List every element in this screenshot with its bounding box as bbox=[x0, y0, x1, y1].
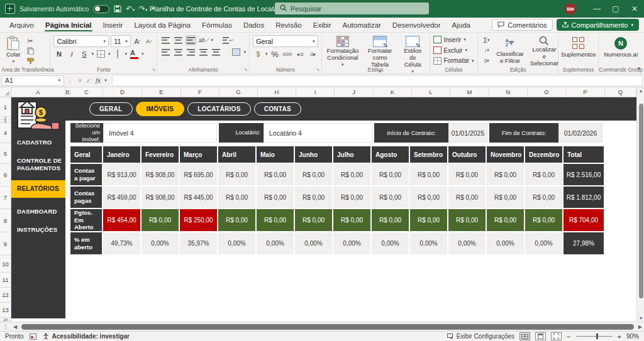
sidebar-item-relatorios[interactable]: RELATÓRIOS bbox=[11, 180, 65, 198]
table-cell[interactable]: 0,00% bbox=[448, 232, 487, 256]
table-cell[interactable]: 49,73% bbox=[103, 232, 142, 256]
cancel-formula-icon[interactable]: × bbox=[78, 77, 82, 84]
table-cell[interactable]: 0,00% bbox=[295, 232, 333, 256]
table-cell[interactable]: R$ 0,00 bbox=[487, 164, 525, 187]
nav-button-imoveis[interactable]: IMÓVEIS bbox=[136, 102, 185, 116]
tenant-value[interactable]: Locatário 4 bbox=[264, 123, 373, 143]
table-cell[interactable]: R$ 0,00 bbox=[257, 187, 295, 209]
column-header-n[interactable]: N bbox=[489, 87, 528, 97]
sidebar-item-dashboard[interactable]: DASHBOARD bbox=[11, 205, 65, 218]
percent-icon[interactable]: % bbox=[270, 49, 280, 59]
menu-tab-dados[interactable]: Dados bbox=[238, 18, 270, 32]
table-cell[interactable]: R$ 0,00 bbox=[487, 209, 525, 232]
row-header-4[interactable]: 4 bbox=[0, 123, 11, 143]
find-select-button[interactable]: Localizar e Selecionar bbox=[528, 35, 560, 65]
close-button[interactable]: ✕ bbox=[625, 0, 644, 18]
conditional-formatting-button[interactable]: Formatação Condicional ▾ bbox=[325, 35, 361, 65]
decrease-indent-icon[interactable] bbox=[198, 47, 209, 57]
scroll-left-icon[interactable]: ◀ bbox=[11, 324, 19, 330]
table-cell[interactable]: R$ 0,00 bbox=[372, 164, 410, 187]
column-header-e[interactable]: E bbox=[142, 87, 181, 97]
menu-tab-exibir[interactable]: Exibir bbox=[308, 18, 337, 32]
align-left-icon[interactable] bbox=[160, 47, 171, 57]
align-middle-icon[interactable] bbox=[173, 35, 184, 45]
column-header-a[interactable]: A bbox=[11, 87, 65, 97]
merge-center-icon[interactable] bbox=[231, 47, 242, 57]
number-format-select[interactable]: Geral▾ bbox=[253, 35, 318, 47]
formula-input[interactable] bbox=[112, 75, 643, 86]
scroll-down-icon[interactable]: ▼ bbox=[637, 316, 644, 320]
align-top-icon[interactable] bbox=[160, 35, 171, 45]
table-cell[interactable]: R$ 0,00 bbox=[410, 187, 448, 209]
property-select-value[interactable]: Imóvel 4 bbox=[103, 123, 217, 143]
column-header-g[interactable]: G bbox=[219, 87, 258, 97]
minimize-button[interactable]: — bbox=[587, 0, 606, 18]
row-header-1[interactable]: 1 bbox=[0, 97, 11, 117]
increase-decimal-icon[interactable]: ◂.0 bbox=[295, 49, 306, 59]
orientation-icon[interactable]: ab⟋ bbox=[198, 35, 209, 45]
maximize-button[interactable]: ▢ bbox=[606, 0, 625, 18]
sheet-canvas[interactable]: CADASTROCONTROLE DE PAGAMENTOSRELATÓRIOS… bbox=[11, 97, 636, 322]
sidebar-item-controle-de-pagamentos[interactable]: CONTROLE DE PAGAMENTOS bbox=[11, 154, 65, 175]
table-total-cell[interactable]: R$ 2.516,00 bbox=[564, 164, 605, 187]
table-cell[interactable]: R$ 0,00 bbox=[257, 209, 295, 232]
delete-cells-button[interactable]: Excluir▾ bbox=[433, 46, 474, 55]
row-header-9[interactable]: 9 bbox=[0, 232, 11, 256]
align-center-icon[interactable] bbox=[173, 47, 184, 57]
fill-icon[interactable]: ↓▾ bbox=[481, 46, 492, 55]
sort-filter-button[interactable]: AZ Classificar e Filtrar bbox=[494, 35, 526, 65]
table-cell[interactable]: R$ 0,00 bbox=[487, 187, 525, 209]
row-header-13[interactable]: 13 bbox=[0, 303, 11, 318]
table-cell[interactable]: R$ 0,00 bbox=[295, 164, 333, 187]
table-cell[interactable]: R$ 0,00 bbox=[333, 187, 372, 209]
autosum-icon[interactable]: Σ▾ bbox=[481, 36, 492, 45]
copy-icon[interactable] bbox=[25, 46, 36, 55]
table-cell[interactable]: R$ 445,00 bbox=[180, 187, 218, 209]
decrease-font-icon[interactable]: A˅ bbox=[144, 36, 153, 46]
menu-tab-formulas[interactable]: Fórmulas bbox=[196, 18, 238, 32]
table-cell[interactable]: 0,00% bbox=[372, 232, 410, 256]
increase-font-icon[interactable]: A^ bbox=[133, 36, 142, 46]
table-cell[interactable]: 0,00% bbox=[525, 232, 564, 256]
scrollbar-resize-handle[interactable]: ⋮ bbox=[0, 323, 11, 330]
menu-tab-inserir[interactable]: Inserir bbox=[97, 18, 129, 32]
thousands-icon[interactable]: 000 bbox=[282, 49, 293, 59]
clipboard-dialog-launcher[interactable]: ↘ bbox=[45, 67, 49, 72]
select-all-corner[interactable] bbox=[0, 87, 11, 97]
table-cell[interactable]: R$ 695,00 bbox=[180, 164, 218, 187]
menu-tab-ajuda[interactable]: Ajuda bbox=[447, 18, 476, 32]
table-cell[interactable]: R$ 0,00 bbox=[372, 187, 410, 209]
table-cell[interactable]: R$ 0,00 bbox=[333, 209, 372, 232]
page-break-view-button[interactable] bbox=[551, 332, 562, 340]
font-size-select[interactable]: 11▾ bbox=[111, 35, 131, 47]
paste-button[interactable]: Colar ▾ bbox=[4, 35, 23, 65]
table-cell[interactable]: 0,00% bbox=[257, 232, 295, 256]
font-dialog-launcher[interactable]: ↘ bbox=[152, 67, 156, 72]
table-cell[interactable]: R$ 0,00 bbox=[525, 187, 564, 209]
save-icon[interactable] bbox=[114, 5, 121, 13]
alignment-dialog-launcher[interactable]: ↘ bbox=[243, 67, 248, 72]
row-header-12[interactable]: 12 bbox=[0, 288, 11, 303]
column-header-m[interactable]: M bbox=[450, 87, 489, 97]
column-header-j[interactable]: J bbox=[335, 87, 374, 97]
row-header-10[interactable]: 10 bbox=[0, 256, 11, 273]
column-header-b[interactable]: B bbox=[65, 87, 70, 97]
column-header-k[interactable]: K bbox=[374, 87, 412, 97]
table-cell[interactable]: R$ 0,00 bbox=[448, 187, 487, 209]
table-cell[interactable]: R$ 0,00 bbox=[257, 164, 295, 187]
comments-button[interactable]: Comentários bbox=[492, 19, 552, 31]
table-cell[interactable]: R$ 0,00 bbox=[218, 164, 257, 187]
table-cell[interactable]: R$ 0,00 bbox=[295, 209, 333, 232]
vertical-scroll-thumb[interactable] bbox=[639, 104, 643, 298]
column-header-p[interactable]: P bbox=[566, 87, 605, 97]
table-cell[interactable]: R$ 0,00 bbox=[295, 187, 333, 209]
table-cell[interactable]: R$ 908,00 bbox=[142, 164, 180, 187]
menu-tab-pagina-inicial[interactable]: Página Inicial bbox=[40, 18, 97, 32]
increase-indent-icon[interactable] bbox=[211, 47, 221, 57]
table-cell[interactable]: 0,00% bbox=[487, 232, 525, 256]
column-header-o[interactable]: O bbox=[528, 87, 566, 97]
table-cell[interactable]: R$ 0,00 bbox=[142, 209, 180, 232]
menu-tab-arquivo[interactable]: Arquivo bbox=[4, 18, 40, 32]
column-header-f[interactable]: F bbox=[181, 87, 219, 97]
table-cell[interactable]: R$ 0,00 bbox=[218, 209, 257, 232]
